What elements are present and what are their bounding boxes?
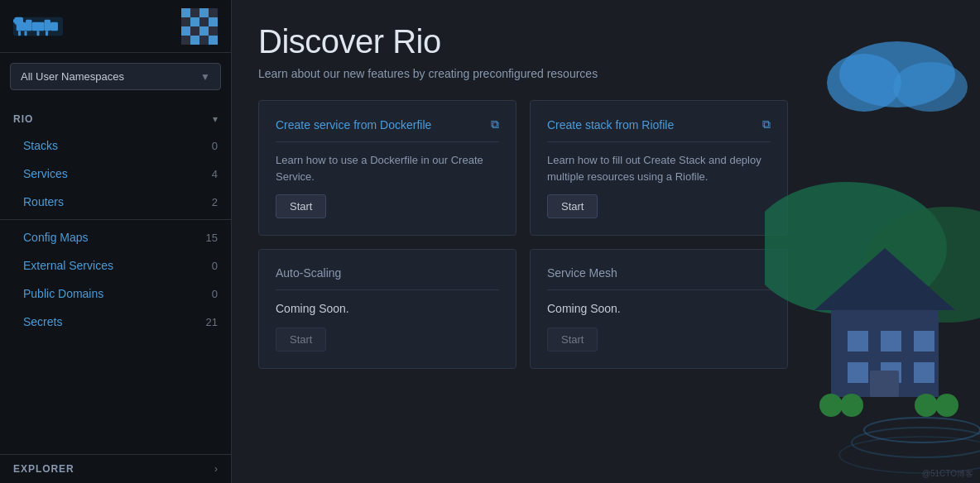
chevron-down-icon: ▼ — [200, 71, 210, 83]
sidebar-item-stacks[interactable]: Stacks 0 — [0, 132, 231, 160]
rio-section-header[interactable]: RIO ▾ — [0, 107, 231, 132]
card-riofile: Create stack from Riofile ⧉ Learn how to… — [530, 100, 788, 236]
sidebar: All User Namespaces ▼ RIO ▾ Stacks 0 Ser… — [0, 0, 232, 483]
sidebar-item-external-services[interactable]: External Services 0 — [0, 251, 231, 280]
svg-rect-9 — [46, 31, 48, 36]
svg-point-36 — [840, 394, 863, 417]
svg-rect-32 — [881, 362, 901, 383]
svg-rect-20 — [209, 36, 218, 45]
card-servicemesh-header: Service Mesh — [547, 266, 771, 290]
app-logo — [181, 8, 218, 45]
card-dockerfile-header: Create service from Dockerfile ⧉ — [276, 117, 499, 142]
card-dockerfile-description: Learn how to use a Dockerfile in our Cre… — [276, 152, 499, 184]
sidebar-item-routers[interactable]: Routers 2 — [0, 188, 231, 216]
namespace-selector[interactable]: All User Namespaces ▼ — [10, 63, 221, 90]
svg-rect-7 — [25, 31, 27, 36]
svg-rect-16 — [209, 17, 218, 26]
svg-point-25 — [864, 207, 980, 323]
svg-rect-8 — [37, 31, 40, 36]
svg-rect-17 — [181, 26, 190, 36]
sidebar-item-label-configmaps: Config Maps — [23, 231, 89, 244]
card-servicemesh: Service Mesh Coming Soon. Start — [530, 249, 788, 369]
card-riofile-description: Learn how to fill out Create Stack and d… — [547, 152, 771, 184]
sidebar-item-count-services: 4 — [212, 168, 218, 180]
sidebar-item-count-public-domains: 0 — [212, 288, 218, 300]
sidebar-item-count-stacks: 0 — [212, 140, 218, 152]
sidebar-item-label-public-domains: Public Domains — [23, 287, 103, 300]
sidebar-item-services[interactable]: Services 4 — [0, 160, 231, 188]
rio-section-title: RIO — [13, 113, 33, 125]
card-dockerfile-title: Create service from Dockerfile — [276, 118, 431, 132]
svg-rect-29 — [881, 331, 901, 351]
card-riofile-start-button[interactable]: Start — [547, 194, 598, 218]
rancher-logo — [13, 10, 63, 43]
card-autoscaling-start-button[interactable]: Start — [276, 328, 326, 351]
svg-rect-11 — [13, 19, 17, 23]
card-servicemesh-description: Coming Soon. — [547, 300, 771, 318]
external-link-icon-2[interactable]: ⧉ — [762, 117, 771, 132]
explorer-title: EXPLORER — [13, 463, 74, 475]
svg-point-35 — [819, 394, 843, 417]
svg-rect-31 — [848, 362, 868, 383]
sidebar-item-count-external-services: 0 — [212, 260, 218, 272]
sidebar-item-count-routers: 2 — [212, 196, 218, 208]
svg-point-22 — [827, 54, 901, 112]
sidebar-item-label-routers: Routers — [23, 195, 64, 208]
svg-rect-5 — [50, 22, 58, 31]
card-autoscaling: Auto-Scaling Coming Soon. Start — [258, 249, 516, 369]
card-riofile-title: Create stack from Riofile — [547, 118, 674, 132]
svg-rect-15 — [190, 17, 199, 26]
sidebar-header — [0, 0, 231, 53]
page-title: Discover Rio — [258, 23, 954, 60]
sidebar-item-label-services: Services — [23, 167, 68, 180]
svg-rect-18 — [199, 26, 209, 36]
card-servicemesh-title: Service Mesh — [547, 266, 617, 280]
svg-point-39 — [864, 418, 980, 442]
svg-rect-4 — [45, 19, 51, 31]
svg-rect-14 — [199, 8, 209, 17]
svg-point-38 — [935, 394, 958, 417]
svg-rect-19 — [190, 36, 199, 45]
rio-section-chevron: ▾ — [213, 113, 218, 125]
card-autoscaling-header: Auto-Scaling — [276, 266, 499, 290]
card-riofile-header: Create stack from Riofile ⧉ — [547, 117, 771, 142]
svg-rect-33 — [914, 362, 934, 383]
card-autoscaling-description: Coming Soon. — [276, 300, 499, 318]
sidebar-item-count-configmaps: 15 — [206, 232, 218, 244]
sidebar-item-label-secrets: Secrets — [23, 315, 62, 328]
svg-point-24 — [765, 182, 947, 314]
sidebar-item-public-domains[interactable]: Public Domains 0 — [0, 280, 231, 308]
rio-nav-items: Stacks 0 Services 4 Routers 2 Config Map… — [0, 132, 231, 336]
card-dockerfile-start-button[interactable]: Start — [276, 194, 326, 218]
svg-point-40 — [852, 428, 980, 457]
explorer-chevron: › — [214, 463, 218, 475]
svg-marker-27 — [814, 248, 955, 310]
explorer-section[interactable]: EXPLORER › — [0, 454, 231, 483]
svg-rect-3 — [32, 22, 45, 31]
svg-rect-26 — [831, 306, 939, 397]
nav-divider — [0, 219, 231, 220]
svg-rect-13 — [181, 8, 190, 17]
rio-nav-section: RIO ▾ Stacks 0 Services 4 Routers 2 Conf… — [0, 100, 231, 342]
sidebar-item-label-external-services: External Services — [23, 259, 113, 272]
card-dockerfile: Create service from Dockerfile ⧉ Learn h… — [258, 100, 516, 236]
svg-point-37 — [915, 394, 938, 417]
card-autoscaling-title: Auto-Scaling — [276, 266, 341, 280]
svg-rect-30 — [914, 331, 934, 351]
page-subtitle: Learn about our new features by creating… — [258, 67, 954, 80]
sidebar-item-configmaps[interactable]: Config Maps 15 — [0, 223, 231, 251]
svg-rect-6 — [18, 31, 21, 36]
sidebar-item-label-stacks: Stacks — [23, 139, 58, 152]
namespace-label: All User Namespaces — [21, 70, 124, 83]
svg-rect-34 — [870, 371, 899, 397]
watermark: @51CTO博客 — [922, 468, 973, 480]
external-link-icon[interactable]: ⧉ — [491, 117, 499, 132]
cards-grid: Create service from Dockerfile ⧉ Learn h… — [258, 100, 788, 369]
main-content: Discover Rio Learn about our new feature… — [232, 0, 980, 483]
sidebar-item-count-secrets: 21 — [206, 316, 218, 328]
card-servicemesh-start-button[interactable]: Start — [547, 328, 598, 351]
svg-rect-2 — [26, 19, 32, 31]
svg-rect-28 — [848, 331, 868, 351]
sidebar-item-secrets[interactable]: Secrets 21 — [0, 308, 231, 336]
